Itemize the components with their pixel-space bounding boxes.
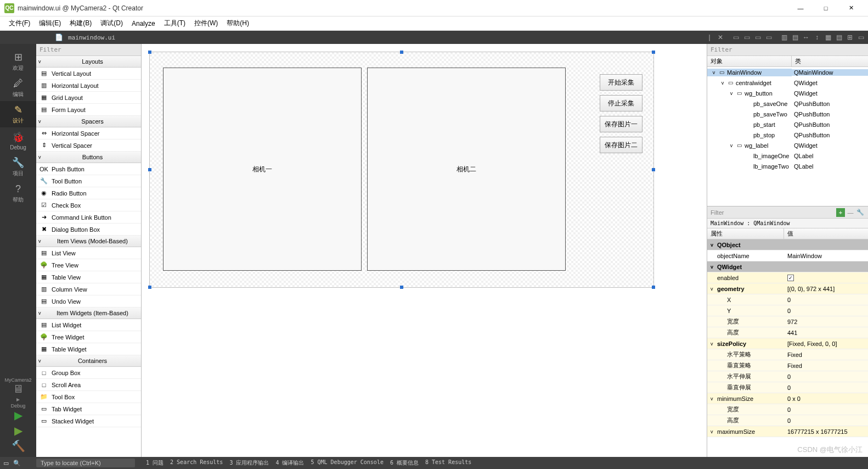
status-pane-4[interactable]: 5 QML Debugger Console [311, 459, 383, 467]
close-button[interactable]: ✕ [838, 0, 864, 16]
menu-7[interactable]: 帮助(H) [222, 19, 253, 28]
open-file-tab[interactable]: mainwindow.ui [64, 34, 120, 41]
prop-header-value[interactable]: 值 [784, 228, 868, 239]
menu-4[interactable]: Analyze [127, 20, 160, 27]
edit-widgets-icon[interactable]: ▭ [731, 32, 741, 42]
locator-input[interactable]: Type to locate (Ctrl+K) [36, 459, 135, 467]
widget-item[interactable]: ▭Stacked Widget [36, 415, 141, 427]
prop-row-水平策略[interactable]: 水平策略Fixed [707, 349, 868, 360]
prop-row-minimumSize[interactable]: vminimumSize0 x 0 [707, 393, 868, 404]
menu-3[interactable]: 调试(D) [96, 19, 127, 28]
run-button[interactable]: ▶ [14, 409, 22, 422]
status-pane-1[interactable]: 2 Search Results [170, 459, 223, 467]
remove-property-icon[interactable]: — [846, 208, 855, 217]
widget-item[interactable]: ⇔Horizontal Spacer [36, 127, 141, 139]
widget-item[interactable]: ▦Table View [36, 271, 141, 283]
widget-item[interactable]: ▦Table Widget [36, 343, 141, 355]
object-row-pb_saveOne[interactable]: pb_saveOneQPushButton [707, 98, 868, 109]
prop-row-QObject[interactable]: vQObject [707, 239, 868, 250]
objtree-header-object[interactable]: 对象 [707, 56, 792, 66]
object-row-pb_stop[interactable]: pb_stopQPushButton [707, 130, 868, 140]
mode-设计[interactable]: ✎设计 [0, 101, 36, 127]
label-camera-two[interactable]: 相机二 [367, 68, 566, 271]
widget-category[interactable]: vItem Views (Model-Based) [36, 236, 141, 247]
layout-h-icon[interactable]: ▥ [779, 32, 789, 42]
widget-item[interactable]: 📁Tool Box [36, 391, 141, 403]
form-mainwindow[interactable]: 相机一 相机二 开始采集 停止采集 保存图片一 保存图片二 [149, 52, 654, 288]
prop-row-高度[interactable]: 高度0 [707, 415, 868, 426]
widget-item[interactable]: ▤List Widget [36, 319, 141, 331]
layout-v-icon[interactable]: ▤ [790, 32, 800, 42]
prop-row-Y[interactable]: Y0 [707, 305, 868, 316]
status-pane-3[interactable]: 4 编译输出 [275, 459, 304, 467]
widget-item[interactable]: ▦Grid Layout [36, 92, 141, 104]
kit-selector-icon[interactable]: 🖥 [13, 383, 24, 395]
edit-taborder-icon[interactable]: ▭ [764, 32, 774, 42]
status-pane-6[interactable]: 8 Test Results [425, 459, 471, 467]
status-pane-5[interactable]: 6 概要信息 [390, 459, 419, 467]
widget-item[interactable]: ◉Radio Button [36, 187, 141, 199]
menu-0[interactable]: 文件(F) [4, 19, 35, 28]
widget-item[interactable]: 🌳Tree View [36, 259, 141, 271]
edit-buddies-icon[interactable]: ▭ [753, 32, 763, 42]
build-button[interactable]: 🔨 [12, 439, 25, 453]
button-save-one[interactable]: 保存图片一 [600, 116, 642, 132]
prop-row-geometry[interactable]: vgeometry[(0, 0), 972 x 441] [707, 283, 868, 294]
widget-item[interactable]: ▤List View [36, 247, 141, 259]
status-pane-0[interactable]: 1 问题 [146, 459, 164, 467]
widget-item[interactable]: □Scroll Area [36, 379, 141, 391]
minimize-button[interactable]: — [788, 0, 813, 16]
prop-row-水平伸展[interactable]: 水平伸展0 [707, 371, 868, 382]
break-layout-icon[interactable]: ⊞ [845, 32, 855, 42]
prop-row-垂直伸展[interactable]: 垂直伸展0 [707, 382, 868, 393]
adjust-size-icon[interactable]: ▭ [856, 32, 866, 42]
widget-category[interactable]: vSpacers [36, 116, 141, 127]
mode-帮助[interactable]: ?帮助 [0, 180, 36, 206]
menu-1[interactable]: 编辑(E) [35, 19, 65, 28]
widget-item[interactable]: ➜Command Link Button [36, 211, 141, 224]
object-row-centralwidget[interactable]: v▭centralwidgetQWidget [707, 77, 868, 88]
prop-row-高度[interactable]: 高度441 [707, 327, 868, 338]
project-selector[interactable]: MyCamera2 [4, 377, 31, 383]
object-row-pb_start[interactable]: pb_startQPushButton [707, 119, 868, 130]
build-config[interactable]: Debug [11, 403, 26, 409]
maximize-button[interactable]: □ [813, 0, 838, 16]
widget-category[interactable]: vButtons [36, 152, 141, 163]
status-pane-2[interactable]: 3 应用程序输出 [229, 459, 269, 467]
button-save-two[interactable]: 保存图片二 [600, 137, 642, 153]
menu-6[interactable]: 控件(W) [190, 19, 222, 28]
add-property-icon[interactable]: + [836, 208, 845, 217]
prop-row-sizePolicy[interactable]: vsizePolicy[Fixed, Fixed, 0, 0] [707, 338, 868, 349]
mode-编辑[interactable]: 🖉编辑 [0, 75, 36, 101]
layout-vs-icon[interactable]: ↕ [812, 32, 822, 42]
widget-item[interactable]: ▤Vertical Layout [36, 68, 141, 80]
prop-row-maximumSize[interactable]: vmaximumSize16777215 x 16777215 [707, 426, 868, 437]
widget-item[interactable]: ▥Column View [36, 283, 141, 295]
object-row-wg_label[interactable]: v▭wg_labelQWidget [707, 140, 868, 150]
objtree-header-class[interactable]: 类 [792, 56, 868, 66]
prop-row-enabled[interactable]: enabled✓ [707, 272, 868, 283]
widget-item[interactable]: 🔧Tool Button [36, 175, 141, 187]
widget-item[interactable]: ✖Dialog Button Box [36, 224, 141, 236]
widget-category[interactable]: vContainers [36, 355, 141, 367]
widget-category[interactable]: vLayouts [36, 56, 141, 68]
widget-item[interactable]: ▤Form Layout [36, 104, 141, 116]
label-camera-one[interactable]: 相机一 [163, 68, 362, 271]
prop-row-垂直策略[interactable]: 垂直策略Fixed [707, 360, 868, 371]
output-toggle-icon[interactable]: ▭ [3, 460, 9, 467]
prop-config-icon[interactable]: 🔧 [856, 208, 865, 217]
widget-item[interactable]: 🌳Tree Widget [36, 331, 141, 343]
layout-form-icon[interactable]: ▤ [834, 32, 844, 42]
prop-header-name[interactable]: 属性 [707, 228, 784, 239]
object-row-wg_button[interactable]: v▭wg_buttonQWidget [707, 88, 868, 98]
prop-row-objectName[interactable]: objectNameMainWindow [707, 250, 868, 261]
object-row-pb_saveTwo[interactable]: pb_saveTwoQPushButton [707, 109, 868, 119]
widget-item[interactable]: ⇕Vertical Spacer [36, 139, 141, 152]
widget-item[interactable]: ▥Horizontal Layout [36, 80, 141, 92]
prop-row-宽度[interactable]: 宽度0 [707, 404, 868, 415]
widget-item[interactable]: □Group Box [36, 367, 141, 379]
widgetbox-filter[interactable]: Filter [36, 44, 141, 56]
menu-2[interactable]: 构建(B) [65, 19, 96, 28]
close-doc-icon[interactable]: ✕ [715, 32, 725, 42]
button-start-capture[interactable]: 开始采集 [600, 74, 642, 91]
